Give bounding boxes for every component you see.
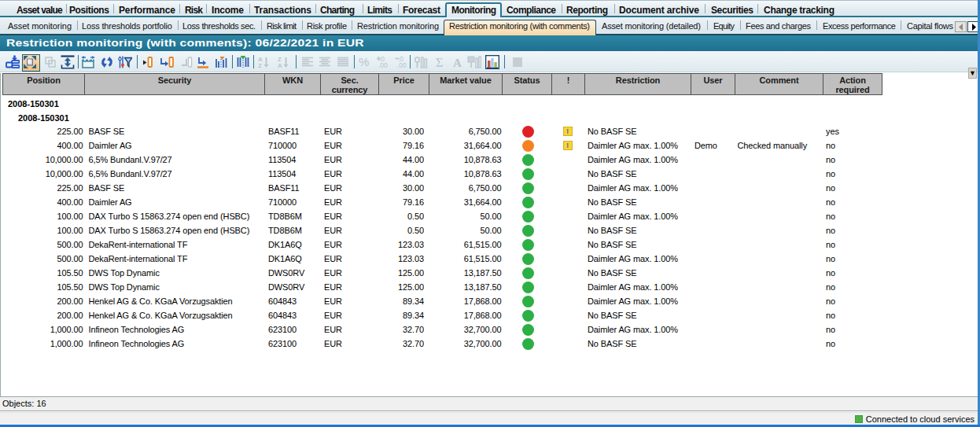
- svg-text:.00: .00: [397, 61, 407, 69]
- svg-text:.00: .00: [378, 61, 388, 69]
- svg-text:%: %: [359, 55, 369, 68]
- svg-text:A: A: [278, 62, 282, 69]
- svg-text:Z: Z: [258, 62, 262, 69]
- svg-text:Σ: Σ: [436, 56, 443, 69]
- svg-text:A: A: [453, 57, 462, 69]
